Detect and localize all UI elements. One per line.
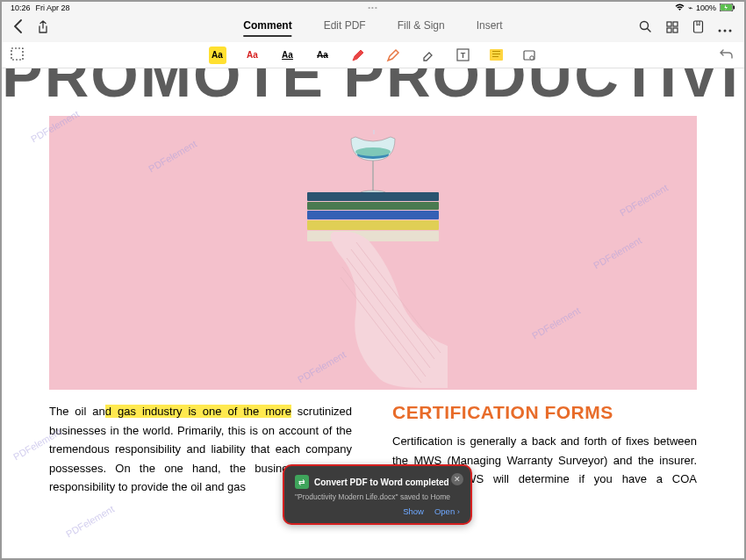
battery-icon — [720, 4, 735, 13]
glass-illustration — [342, 130, 404, 200]
highlight-red-tool[interactable]: Aa — [244, 47, 262, 64]
battery-text: 100% — [696, 4, 716, 12]
annotation-toolbar: Aa Aa Aa Aa T — [2, 42, 744, 68]
svg-rect-6 — [673, 22, 678, 26]
top-tabs: Comment Edit PDF Fill & Sign Insert — [243, 19, 502, 37]
tab-comment[interactable]: Comment — [243, 19, 291, 37]
svg-rect-7 — [667, 28, 671, 32]
highlight-yellow-tool[interactable]: Aa — [209, 47, 226, 64]
foot-illustration — [298, 232, 448, 390]
certification-heading: CERTIFICATION FORMS — [392, 402, 697, 423]
status-time: 10:26 — [11, 4, 31, 12]
svg-rect-8 — [673, 28, 678, 32]
strikethrough-tool[interactable]: Aa — [314, 47, 332, 64]
more-icon[interactable] — [718, 21, 732, 35]
status-date: Fri Apr 28 — [36, 4, 70, 12]
undo-icon[interactable] — [720, 47, 734, 62]
highlight-span[interactable]: one of the more — [203, 405, 291, 418]
wifi-icon — [675, 4, 685, 13]
back-icon[interactable] — [14, 19, 23, 37]
svg-point-12 — [729, 30, 732, 32]
top-bar: Comment Edit PDF Fill & Sign Insert — [2, 14, 744, 42]
svg-point-19 — [355, 147, 391, 156]
sticky-note-tool[interactable] — [490, 49, 503, 61]
svg-point-11 — [724, 30, 727, 32]
svg-point-17 — [529, 55, 533, 59]
bluetooth-icon: ⌁ — [688, 4, 692, 12]
tab-insert[interactable]: Insert — [477, 19, 503, 37]
svg-rect-5 — [667, 22, 671, 26]
svg-text:T: T — [461, 51, 466, 60]
watermark: PDFelement — [530, 305, 582, 341]
body-text: The oil an — [49, 405, 105, 418]
notification-subtitle: "Productivity Modern Life.docx" saved to… — [295, 492, 460, 501]
tab-edit-pdf[interactable]: Edit PDF — [324, 19, 366, 37]
stamp-tool[interactable] — [520, 47, 538, 64]
open-button[interactable]: Open › — [434, 506, 460, 516]
status-bar: 10:26 Fri Apr 28 ••• ⌁ 100% — [2, 2, 744, 14]
textbox-tool[interactable]: T — [455, 47, 472, 64]
notification-title: Convert PDF to Word completed — [314, 477, 449, 487]
svg-rect-13 — [11, 48, 23, 60]
svg-line-4 — [648, 29, 651, 32]
close-icon[interactable]: ✕ — [451, 473, 463, 485]
bookmark-icon[interactable] — [692, 20, 704, 36]
svg-rect-9 — [694, 21, 703, 32]
watermark: PDFelement — [64, 504, 116, 540]
marker-orange-tool[interactable] — [384, 47, 402, 64]
rect-select-tool[interactable] — [11, 47, 24, 63]
hero-image: PDFelement PDFelement PDFelement PDFelem… — [49, 116, 697, 390]
convert-icon: ⇄ — [295, 475, 309, 489]
conversion-notification: ⇄ Convert PDF to Word completed ✕ "Produ… — [283, 464, 472, 525]
watermark: PDFelement — [147, 139, 198, 175]
watermark: PDFelement — [592, 235, 643, 271]
thumbnails-icon[interactable] — [666, 21, 678, 36]
show-button[interactable]: Show — [403, 506, 424, 516]
page-title: PROMOTE PRODUCTIVITY — [2, 68, 744, 100]
tab-fill-sign[interactable]: Fill & Sign — [398, 19, 445, 37]
svg-rect-2 — [734, 5, 735, 9]
search-icon[interactable] — [639, 20, 652, 36]
eraser-tool[interactable] — [420, 47, 437, 64]
underline-tool[interactable]: Aa — [279, 47, 297, 64]
watermark: PDFelement — [618, 183, 670, 219]
highlight-span[interactable]: d gas industry is — [105, 405, 203, 418]
svg-point-10 — [719, 30, 721, 32]
share-icon[interactable] — [37, 20, 49, 37]
grab-handle[interactable]: ••• — [368, 4, 377, 11]
marker-red-tool[interactable] — [349, 47, 367, 64]
